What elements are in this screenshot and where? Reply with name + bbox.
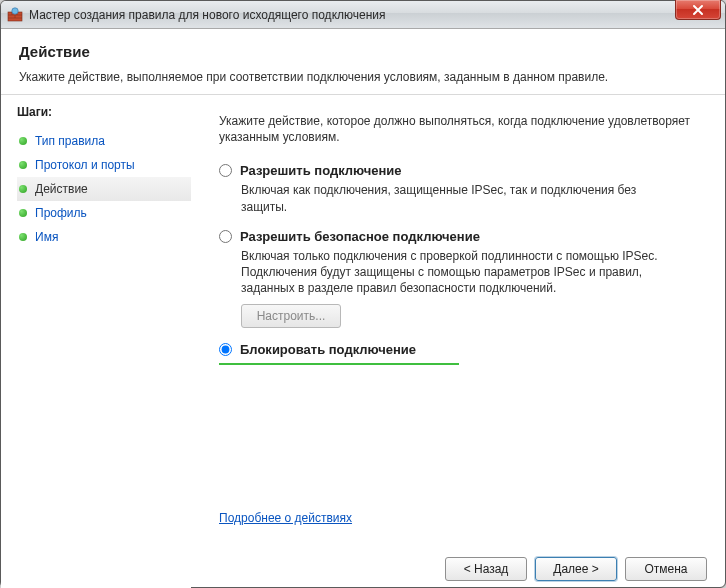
step-item[interactable]: Профиль xyxy=(17,201,191,225)
step-bullet-icon xyxy=(19,185,27,193)
step-bullet-icon xyxy=(19,209,27,217)
svg-point-7 xyxy=(12,7,18,13)
option-description: Включая только подключения с проверкой п… xyxy=(241,248,681,297)
steps-title: Шаги: xyxy=(17,105,191,119)
step-item[interactable]: Имя xyxy=(17,225,191,249)
option-title: Блокировать подключение xyxy=(240,342,416,357)
content-pane: Укажите действие, которое должно выполня… xyxy=(191,95,725,588)
firewall-app-icon xyxy=(7,7,23,23)
option-description: Включая как подключения, защищенные IPSe… xyxy=(241,182,681,214)
option-row[interactable]: Разрешить подключение xyxy=(219,163,701,178)
step-item[interactable]: Действие xyxy=(17,177,191,201)
step-label: Тип правила xyxy=(35,134,105,148)
action-option: Блокировать подключение xyxy=(219,342,459,365)
page-header: Действие Укажите действие, выполняемое п… xyxy=(1,29,725,95)
step-label: Профиль xyxy=(35,206,87,220)
option-radio[interactable] xyxy=(219,230,232,243)
step-label: Действие xyxy=(35,182,88,196)
page-subtitle: Укажите действие, выполняемое при соотве… xyxy=(19,70,707,84)
option-title: Разрешить подключение xyxy=(240,163,402,178)
option-row[interactable]: Разрешить безопасное подключение xyxy=(219,229,701,244)
learn-more-link[interactable]: Подробнее о действиях xyxy=(219,511,352,525)
step-item[interactable]: Протокол и порты xyxy=(17,153,191,177)
configure-button: Настроить... xyxy=(241,304,341,328)
step-item[interactable]: Тип правила xyxy=(17,129,191,153)
option-radio[interactable] xyxy=(219,343,232,356)
page-title: Действие xyxy=(19,43,707,60)
back-button[interactable]: < Назад xyxy=(445,557,527,581)
option-row[interactable]: Блокировать подключение xyxy=(219,342,459,357)
steps-sidebar: Шаги: Тип правилаПротокол и портыДействи… xyxy=(1,95,191,588)
footer-buttons: < Назад Далее > Отмена xyxy=(445,557,707,581)
option-radio[interactable] xyxy=(219,164,232,177)
action-option: Разрешить подключениеВключая как подключ… xyxy=(219,163,701,214)
step-label: Имя xyxy=(35,230,58,244)
step-bullet-icon xyxy=(19,233,27,241)
option-title: Разрешить безопасное подключение xyxy=(240,229,480,244)
step-bullet-icon xyxy=(19,137,27,145)
close-icon xyxy=(692,4,704,16)
window-title: Мастер создания правила для нового исход… xyxy=(29,8,386,22)
titlebar: Мастер создания правила для нового исход… xyxy=(1,1,725,29)
instruction-text: Укажите действие, которое должно выполня… xyxy=(219,113,701,145)
next-button[interactable]: Далее > xyxy=(535,557,617,581)
step-label: Протокол и порты xyxy=(35,158,135,172)
close-button[interactable] xyxy=(675,0,721,20)
step-bullet-icon xyxy=(19,161,27,169)
wizard-window: Мастер создания правила для нового исход… xyxy=(0,0,726,588)
cancel-button[interactable]: Отмена xyxy=(625,557,707,581)
action-option: Разрешить безопасное подключениеВключая … xyxy=(219,229,701,329)
body: Шаги: Тип правилаПротокол и портыДействи… xyxy=(1,95,725,588)
